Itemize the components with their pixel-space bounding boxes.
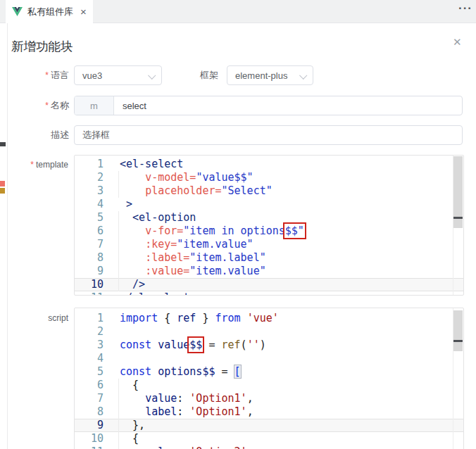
code-text: <el-select	[110, 158, 463, 171]
description-label: 描述	[14, 125, 69, 145]
line-number: 11	[75, 445, 110, 449]
framework-select[interactable]: element-plus	[227, 65, 313, 85]
line-number: 11	[75, 291, 110, 296]
vue-logo-icon	[12, 7, 23, 16]
code-line: 8 :label="item.label"	[75, 251, 463, 265]
name-label: *名称	[14, 96, 69, 115]
code-text: import { ref } from 'vue'	[110, 312, 463, 325]
code-line: 9 :value="item.value"	[75, 265, 463, 278]
language-select-value: vue3	[82, 70, 102, 81]
code-text: const options$$ = [	[110, 365, 463, 379]
tab-private-component-library[interactable]: 私有组件库 ×	[6, 0, 93, 23]
chevron-down-icon	[299, 72, 307, 80]
code-line: 4	[75, 352, 463, 365]
line-number: 4	[75, 198, 110, 211]
code-line: 6 {	[75, 379, 463, 392]
code-line: 9 },	[75, 419, 463, 432]
line-number: 7	[75, 238, 110, 251]
name-input-prefix: m	[75, 96, 114, 115]
code-text: label: 'Option1',	[110, 405, 463, 419]
margin-mark-dark	[0, 142, 6, 146]
code-line: 1import { ref } from 'vue'	[75, 312, 463, 325]
script-code-editor[interactable]: 1import { ref } from 'vue'23const value$…	[74, 308, 464, 449]
line-number: 10	[75, 278, 110, 291]
scrollbar-cursor-mark	[453, 340, 463, 342]
line-number: 5	[75, 211, 110, 224]
code-line: 11 value: 'Option2',	[75, 445, 463, 449]
code-text: :value="item.value"	[110, 265, 463, 278]
code-line: 2 v-model="value$$"	[75, 171, 463, 184]
code-line: 10 />	[75, 278, 463, 291]
code-line: 1<el-select	[75, 158, 463, 171]
script-label: script	[14, 313, 68, 323]
code-text	[110, 352, 463, 365]
margin-mark-red	[0, 181, 5, 186]
code-line: 5const options$$ = [	[75, 365, 463, 379]
line-number: 1	[75, 312, 110, 325]
code-text: value: 'Option1',	[110, 392, 463, 405]
code-text: <el-option	[110, 211, 463, 224]
margin-mark-gold	[0, 188, 5, 194]
template-code-lines: 1<el-select2 v-model="value$$"3 placehol…	[75, 158, 463, 296]
line-number: 9	[75, 265, 110, 278]
more-options-icon[interactable]: ···	[458, 1, 472, 15]
code-text: />	[110, 278, 463, 291]
dialog-title: 新增功能块	[11, 38, 73, 55]
script-code-lines: 1import { ref } from 'vue'23const value$…	[75, 312, 463, 449]
page-left-divider	[7, 23, 8, 449]
code-text: </el-select>	[110, 291, 463, 296]
code-line: 8 label: 'Option1',	[75, 405, 463, 419]
name-input-value: select	[114, 96, 462, 115]
description-input[interactable]: 选择框	[74, 125, 463, 145]
code-text: placeholder="Select"	[110, 184, 463, 198]
code-line: 3const value$$ = ref('')	[75, 339, 463, 352]
line-number: 1	[75, 158, 110, 171]
template-code-editor[interactable]: 1<el-select2 v-model="value$$"3 placehol…	[74, 155, 464, 296]
code-line: 10 {	[75, 432, 463, 445]
code-text: {	[110, 379, 463, 392]
chevron-down-icon	[148, 72, 156, 80]
required-asterisk: *	[45, 70, 49, 80]
name-input[interactable]: m select	[74, 96, 463, 115]
language-label: *语言	[14, 65, 69, 85]
code-line: 4 >	[75, 198, 463, 211]
code-line: 7 :key="item.value"	[75, 238, 463, 251]
code-text	[110, 325, 463, 339]
language-select[interactable]: vue3	[74, 65, 162, 85]
code-line: 6 v-for="item in options$$"	[75, 224, 463, 238]
framework-select-value: element-plus	[235, 70, 287, 81]
required-asterisk: *	[45, 101, 49, 110]
code-text: value: 'Option2',	[110, 445, 463, 449]
scrollbar-thumb[interactable]	[453, 310, 463, 351]
description-input-value: 选择框	[82, 129, 110, 141]
code-line: 11</el-select>	[75, 291, 463, 296]
code-text: const value$$ = ref('')	[110, 339, 463, 352]
code-line: 2	[75, 325, 463, 339]
line-number: 7	[75, 392, 110, 405]
line-number: 8	[75, 405, 110, 419]
code-text: :key="item.value"	[110, 238, 463, 251]
line-number: 8	[75, 251, 110, 265]
line-number: 10	[75, 432, 110, 445]
code-text: v-for="item in options$$"	[110, 224, 463, 238]
tab-label: 私有组件库	[27, 6, 73, 18]
code-text: v-model="value$$"	[110, 171, 463, 184]
line-number: 2	[75, 325, 110, 339]
code-line: 5 <el-option	[75, 211, 463, 224]
line-number: 3	[75, 184, 110, 198]
template-label: *template	[14, 160, 68, 170]
code-text: >	[110, 198, 463, 211]
line-number: 6	[75, 379, 110, 392]
line-number: 5	[75, 365, 110, 379]
dialog-close-icon[interactable]: ✕	[453, 36, 462, 49]
code-text: {	[110, 432, 463, 445]
line-number: 2	[75, 171, 110, 184]
code-line: 3 placeholder="Select"	[75, 184, 463, 198]
required-asterisk: *	[30, 160, 34, 170]
code-text: },	[110, 419, 463, 432]
tab-close-icon[interactable]: ×	[80, 6, 87, 17]
scrollbar-cursor-mark	[453, 217, 463, 219]
line-number: 3	[75, 339, 110, 352]
line-number: 9	[75, 419, 110, 432]
framework-label: 框架	[176, 65, 218, 85]
